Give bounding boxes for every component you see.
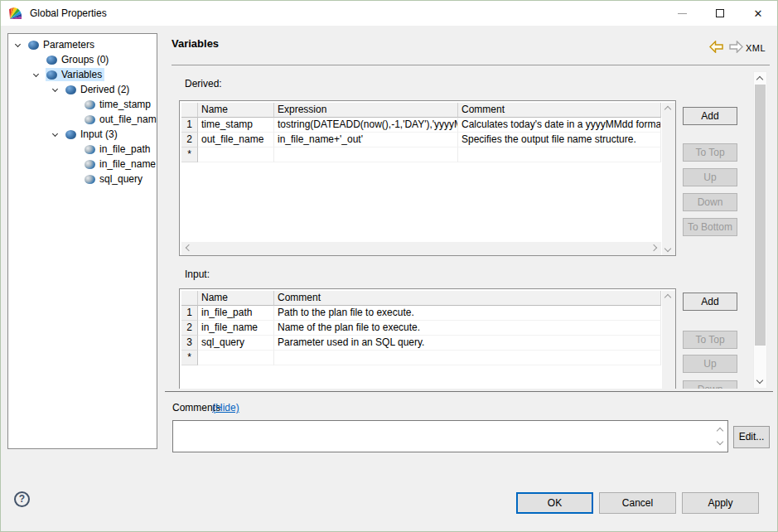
comment-cell[interactable]	[458, 148, 661, 162]
tree-item-label: sql_query	[99, 173, 143, 185]
tree-item-label: Input (3)	[80, 128, 118, 140]
apply-button[interactable]: Apply	[682, 492, 759, 514]
comment-cell[interactable]: Parameter used in an SQL query.	[274, 336, 661, 351]
expander-slot	[69, 144, 79, 154]
name-cell[interactable]: out_file_name	[198, 133, 274, 148]
chevron-down-icon[interactable]	[12, 40, 22, 50]
variable-icon	[85, 175, 95, 184]
name-cell[interactable]: in_file_name	[198, 321, 274, 336]
tree-item-in-file-name[interactable]: in_file_name	[8, 157, 157, 172]
tree-item-parameters[interactable]: Parameters	[8, 37, 157, 52]
input-section-label: Input:	[185, 268, 210, 280]
variable-icon	[85, 100, 95, 109]
table-row[interactable]: 2 out_file_name in_file_name+'_out' Spec…	[181, 133, 661, 148]
chevron-down-icon[interactable]	[50, 85, 60, 94]
column-header-name[interactable]: Name	[198, 103, 274, 118]
expression-cell[interactable]	[274, 148, 458, 162]
minimize-button[interactable]	[663, 1, 701, 26]
panel-vertical-scrollbar[interactable]	[753, 71, 767, 389]
edit-comments-button[interactable]: Edit...	[733, 426, 770, 448]
maximize-button[interactable]	[701, 1, 739, 26]
chevron-down-icon[interactable]	[31, 70, 41, 80]
scroll-down-icon[interactable]	[664, 245, 671, 252]
tree-item-label: in_file_name	[99, 158, 156, 170]
expander-slot	[69, 114, 79, 124]
selected-node-highlight: Variables	[46, 68, 104, 81]
name-cell[interactable]	[198, 148, 274, 162]
parameter-group-icon	[65, 85, 76, 94]
cancel-button[interactable]: Cancel	[599, 492, 676, 514]
back-arrow-icon[interactable]	[709, 41, 723, 53]
parameter-group-icon	[46, 56, 57, 65]
tree-item-out-file-name[interactable]: out_file_name	[8, 112, 157, 127]
parameters-tree: Parameters Groups (0) Variables Derived …	[7, 33, 157, 449]
derived-table-header: Name Expression Comment	[181, 103, 661, 118]
scroll-down-icon[interactable]	[756, 377, 763, 384]
expression-cell[interactable]: tostring(DATEADD(now(),-1,'DAY'),'yyyyMM…	[274, 118, 458, 133]
comments-scrollbar[interactable]	[714, 422, 727, 451]
close-button[interactable]: ✕	[739, 1, 777, 26]
scrollbar-thumb[interactable]	[755, 85, 766, 346]
row-number-cell: 1	[181, 118, 198, 133]
column-header-comment[interactable]: Comment	[458, 103, 661, 118]
column-header-expression[interactable]: Expression	[274, 103, 458, 118]
table-empty-area	[181, 162, 661, 242]
minimize-icon	[678, 13, 687, 14]
table-row[interactable]: 1 time_stamp tostring(DATEADD(now(),-1,'…	[181, 118, 661, 133]
scroll-left-icon[interactable]	[186, 244, 192, 251]
scroll-up-icon[interactable]	[664, 294, 671, 301]
derived-add-button[interactable]: Add	[683, 107, 737, 125]
table-empty-area	[181, 365, 661, 389]
scroll-up-icon[interactable]	[717, 428, 723, 434]
scroll-up-icon[interactable]	[664, 106, 671, 113]
tree-item-input[interactable]: Input (3)	[8, 127, 157, 142]
derived-to-bottom-button: To Bottom	[683, 218, 737, 236]
comment-cell[interactable]: Calculates today's date in a yyyyMMdd fo…	[458, 118, 661, 133]
table-row[interactable]: 2 in_file_name Name of the plan file to …	[181, 321, 661, 336]
table-row-new[interactable]: *	[181, 351, 661, 365]
derived-vertical-scrollbar[interactable]	[662, 103, 675, 255]
row-number-header	[181, 291, 198, 306]
column-header-comment[interactable]: Comment	[274, 291, 661, 306]
tree-item-sql-query[interactable]: sql_query	[8, 172, 157, 186]
scroll-up-icon[interactable]	[756, 76, 763, 83]
help-button[interactable]: ?	[14, 491, 30, 507]
table-row[interactable]: 1 in_file_path Path to the plan file to …	[181, 306, 661, 321]
expression-cell[interactable]: in_file_name+'_out'	[274, 133, 458, 148]
tree-item-derived[interactable]: Derived (2)	[8, 82, 157, 97]
name-cell[interactable]: in_file_path	[198, 306, 274, 321]
parameter-group-icon	[65, 130, 76, 139]
table-row[interactable]: 3 sql_query Parameter used in an SQL que…	[181, 336, 661, 351]
comments-input[interactable]	[172, 420, 728, 452]
expander-slot	[69, 159, 79, 169]
forward-arrow-icon[interactable]	[729, 41, 743, 53]
derived-horizontal-scrollbar[interactable]	[181, 242, 661, 255]
input-vertical-scrollbar[interactable]	[662, 291, 675, 389]
table-row-new[interactable]: *	[181, 148, 661, 162]
comment-cell[interactable]: Specifies the output file name structure…	[458, 133, 661, 148]
input-add-button[interactable]: Add	[683, 293, 737, 311]
name-cell[interactable]	[198, 351, 274, 365]
name-cell[interactable]: sql_query	[198, 336, 274, 351]
comment-cell[interactable]	[274, 351, 661, 365]
scroll-right-icon[interactable]	[650, 244, 657, 251]
tree-item-in-file-path[interactable]: in_file_path	[8, 142, 157, 157]
parameter-group-icon	[28, 41, 39, 50]
variable-icon	[85, 160, 95, 169]
column-header-name[interactable]: Name	[198, 291, 274, 306]
xml-view-link[interactable]: XML	[746, 43, 766, 53]
comment-cell[interactable]: Path to the plan file to execute.	[274, 306, 661, 321]
tree-item-groups[interactable]: Groups (0)	[8, 52, 157, 67]
ok-button[interactable]: OK	[516, 492, 593, 514]
scroll-down-icon[interactable]	[717, 438, 723, 445]
input-to-top-button: To Top	[683, 331, 737, 349]
comment-cell[interactable]: Name of the plan file to execute.	[274, 321, 661, 336]
app-logo-icon	[8, 7, 22, 21]
row-number-cell: 1	[181, 306, 198, 321]
titlebar: Global Properties ✕	[1, 1, 777, 26]
hide-comments-link[interactable]: (Hide)	[212, 402, 239, 414]
chevron-down-icon[interactable]	[50, 129, 60, 139]
name-cell[interactable]: time_stamp	[198, 118, 274, 133]
tree-item-variables[interactable]: Variables	[8, 67, 157, 82]
tree-item-time-stamp[interactable]: time_stamp	[8, 97, 157, 112]
